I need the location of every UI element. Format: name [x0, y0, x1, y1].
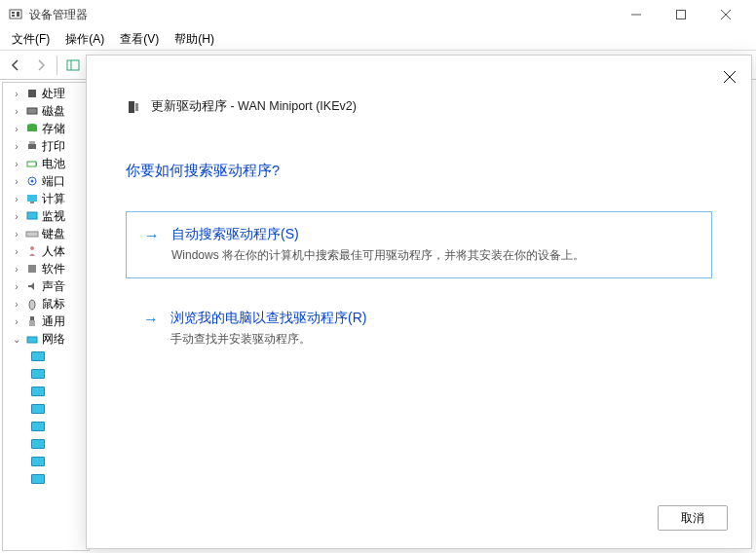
svg-rect-3	[17, 12, 19, 17]
tree-item-network-adapter[interactable]	[3, 400, 89, 418]
app-icon	[8, 7, 23, 22]
tree-item-network-adapter[interactable]	[3, 470, 89, 488]
network-adapter-icon	[30, 454, 46, 469]
chevron-right-icon: ›	[11, 88, 22, 99]
tree-item-network-adapter[interactable]	[3, 383, 89, 400]
arrow-icon: →	[143, 311, 159, 328]
tree-item-printer[interactable]: ›打印	[3, 137, 89, 155]
svg-rect-35	[28, 265, 36, 273]
tree-item-label: 计算	[42, 191, 65, 207]
svg-point-34	[30, 246, 34, 250]
svg-rect-32	[27, 212, 37, 219]
menu-file[interactable]: 文件(F)	[4, 29, 57, 50]
tree-item-software[interactable]: ›软件	[3, 260, 89, 277]
back-button[interactable]	[4, 54, 27, 77]
menu-action[interactable]: 操作(A)	[57, 29, 112, 50]
cancel-button[interactable]: 取消	[658, 505, 728, 531]
chevron-right-icon: ›	[11, 280, 22, 292]
mouse-icon	[24, 296, 40, 312]
tree-item-cpu[interactable]: ›处理	[3, 85, 89, 102]
device-tree[interactable]: ›处理›磁盘›存储›打印›电池›端口›计算›监视›键盘›人体›软件›声音›鼠标›…	[2, 82, 90, 551]
minimize-button[interactable]	[614, 0, 659, 29]
tree-item-label: 网络	[42, 331, 65, 348]
tree-item-hid[interactable]: ›人体	[3, 242, 89, 260]
svg-point-36	[29, 300, 35, 310]
monitor-icon	[24, 208, 40, 224]
svg-rect-27	[36, 163, 37, 166]
network-icon	[24, 331, 40, 347]
chevron-right-icon: ›	[11, 175, 22, 187]
tree-item-audio[interactable]: ›声音	[3, 277, 89, 295]
audio-icon	[24, 278, 40, 294]
tree-item-label: 电池	[42, 156, 65, 172]
chevron-right-icon: ›	[11, 158, 22, 169]
close-button[interactable]	[703, 0, 748, 29]
tree-item-label: 通用	[42, 313, 65, 330]
chevron-right-icon: ›	[11, 263, 22, 275]
tree-item-network-adapter[interactable]	[3, 435, 89, 453]
network-adapter-icon	[30, 436, 46, 452]
tree-item-disk[interactable]: ›磁盘	[3, 102, 89, 120]
option-browse-desc: 手动查找并安装驱动程序。	[170, 331, 366, 348]
software-icon	[24, 261, 40, 276]
dialog-header: 更新驱动程序 - WAN Miniport (IKEv2)	[126, 98, 712, 115]
tree-item-label: 处理	[42, 86, 65, 102]
network-adapter-icon	[30, 419, 46, 434]
tree-item-network-adapter[interactable]	[3, 348, 89, 365]
dialog-close-button[interactable]	[716, 63, 743, 91]
chevron-right-icon: ›	[11, 298, 22, 310]
tree-item-network-adapter[interactable]	[3, 365, 89, 383]
svg-rect-39	[27, 337, 37, 343]
chevron-right-icon: ›	[11, 210, 22, 222]
svg-rect-5	[677, 11, 686, 19]
tree-item-network-adapter[interactable]	[3, 418, 89, 435]
svg-rect-26	[27, 162, 36, 166]
network-adapter-icon	[30, 401, 46, 417]
chevron-right-icon: ›	[11, 140, 22, 152]
keyboard-icon	[24, 226, 40, 241]
svg-rect-38	[29, 320, 35, 326]
tree-item-computer[interactable]: ›计算	[3, 190, 89, 207]
tree-item-battery[interactable]: ›电池	[3, 155, 89, 172]
tree-item-label: 存储	[42, 121, 65, 137]
computer-icon	[24, 191, 40, 206]
svg-rect-37	[30, 316, 34, 320]
svg-rect-20	[28, 90, 36, 97]
dialog-title: 更新驱动程序 - WAN Miniport (IKEv2)	[151, 98, 357, 115]
svg-rect-24	[28, 144, 36, 149]
chevron-right-icon: ›	[11, 123, 22, 134]
tree-item-mouse[interactable]: ›鼠标	[3, 295, 89, 313]
tree-item-monitor[interactable]: ›监视	[3, 207, 89, 225]
tree-item-network-adapter[interactable]	[3, 453, 89, 470]
tree-item-label: 鼠标	[42, 296, 65, 313]
tree-item-label: 打印	[42, 138, 65, 155]
menu-view[interactable]: 查看(V)	[112, 29, 167, 50]
usb-icon	[24, 313, 40, 329]
battery-icon	[24, 156, 40, 171]
forward-button[interactable]	[29, 54, 53, 77]
tree-item-label: 人体	[42, 243, 65, 260]
chevron-right-icon: ›	[11, 193, 22, 204]
svg-rect-43	[135, 103, 138, 111]
maximize-button[interactable]	[659, 0, 703, 29]
chevron-right-icon: ›	[11, 105, 22, 117]
tree-item-port[interactable]: ›端口	[3, 172, 89, 190]
show-hide-tree-button[interactable]	[61, 54, 85, 77]
menu-help[interactable]: 帮助(H)	[167, 29, 222, 50]
svg-rect-30	[27, 195, 37, 202]
option-auto-search[interactable]: → 自动搜索驱动程序(S) Windows 将在你的计算机中搜索最佳可用驱动程序…	[126, 211, 712, 278]
option-browse[interactable]: → 浏览我的电脑以查找驱动程序(R) 手动查找并安装驱动程序。	[126, 296, 712, 361]
tree-item-label: 声音	[42, 278, 65, 295]
dialog-question: 你要如何搜索驱动程序?	[126, 162, 712, 180]
svg-point-29	[31, 180, 34, 183]
hid-icon	[24, 243, 40, 259]
tree-item-usb[interactable]: ›通用	[3, 313, 89, 330]
tree-item-storage[interactable]: ›存储	[3, 120, 89, 137]
tree-item-keyboard[interactable]: ›键盘	[3, 225, 89, 242]
titlebar: 设备管理器	[0, 0, 756, 29]
svg-rect-0	[10, 10, 21, 18]
disk-icon	[24, 103, 40, 119]
tree-item-network[interactable]: ⌄网络	[3, 330, 89, 348]
port-icon	[24, 173, 40, 189]
network-adapter-icon	[30, 471, 46, 487]
